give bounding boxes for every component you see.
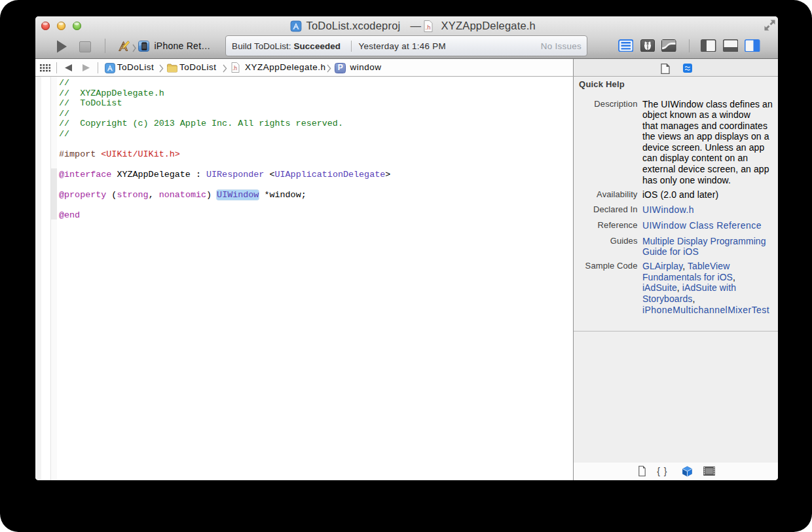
svg-text:.h: .h (425, 24, 430, 31)
svg-text:.h: .h (232, 65, 237, 71)
